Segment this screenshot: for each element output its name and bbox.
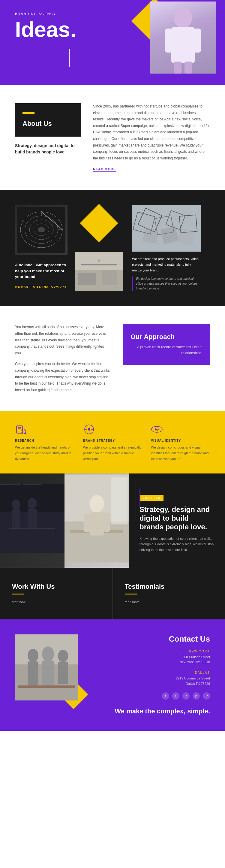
office-image bbox=[75, 252, 123, 291]
svg-rect-48 bbox=[12, 509, 21, 528]
dark-right-col: We art direct and produce photoshoots, v… bbox=[129, 205, 201, 291]
work-link[interactable]: start now bbox=[12, 600, 26, 604]
strategy-content: CREATIVE Strategy, design and digital to… bbox=[139, 495, 215, 553]
approach-right: Our Approach A proven track record of su… bbox=[123, 324, 210, 393]
about-right: Since 2005, has partnered with hot start… bbox=[93, 103, 210, 172]
svg-point-0 bbox=[174, 7, 192, 29]
svg-rect-65 bbox=[28, 661, 38, 685]
facebook-icon[interactable]: f bbox=[162, 692, 169, 700]
svg-rect-53 bbox=[23, 484, 41, 485]
about-section: About Us Strategy, design and digital to… bbox=[0, 85, 225, 190]
person-desk-svg bbox=[64, 473, 129, 563]
testimonials-title: Testimonials bbox=[125, 583, 213, 591]
svg-rect-70 bbox=[18, 685, 75, 688]
behance-icon[interactable]: Be bbox=[203, 692, 210, 700]
svg-point-44 bbox=[156, 429, 158, 430]
strategy-label: CREATIVE bbox=[139, 495, 163, 501]
contact-city1: NEW YORK bbox=[96, 650, 210, 653]
research-icon bbox=[15, 423, 27, 435]
svg-rect-1 bbox=[171, 27, 195, 63]
svg-point-66 bbox=[42, 646, 54, 661]
about-read-more[interactable]: read more bbox=[93, 167, 116, 172]
strategy-section: CREATIVE Strategy, design and digital to… bbox=[0, 473, 225, 567]
testimonials-link[interactable]: read more bbox=[125, 600, 140, 604]
approach-box-sub: A proven track record of successful clie… bbox=[130, 344, 202, 356]
boxes-image bbox=[132, 205, 201, 252]
contact-img-wrap bbox=[15, 634, 87, 701]
visual-identity-text: We design iconic logos and visual identi… bbox=[151, 445, 210, 462]
about-text: Since 2005, has partnered with hot start… bbox=[93, 103, 210, 161]
strategy-left bbox=[0, 473, 129, 567]
svg-rect-58 bbox=[89, 512, 104, 536]
contact-title: Contact Us bbox=[96, 634, 210, 644]
service-visual-identity: Visual Identity We design iconic logos a… bbox=[151, 423, 210, 462]
hero-person-svg bbox=[156, 1, 210, 73]
svg-rect-3 bbox=[193, 29, 201, 53]
svg-rect-19 bbox=[102, 270, 117, 285]
contact-info: Contact Us NEW YORK 200 Hudson Street Ne… bbox=[96, 634, 210, 716]
svg-rect-52 bbox=[0, 484, 21, 485]
approach-text1: You interact with all sorts of businesse… bbox=[15, 324, 111, 356]
approach-text2: Gets you. Inspires you to do better. We … bbox=[15, 361, 111, 393]
spiral-svg bbox=[18, 207, 65, 253]
approach-box: Our Approach A proven track record of su… bbox=[123, 324, 210, 365]
svg-rect-51 bbox=[9, 528, 56, 529]
svg-rect-18 bbox=[78, 273, 96, 285]
instagram-icon[interactable]: in bbox=[183, 692, 190, 700]
contact-slogan-line1: We make the bbox=[115, 707, 155, 715]
svg-rect-4 bbox=[174, 62, 182, 73]
dark-left-col: A holistic, 360° approach to help you ma… bbox=[15, 205, 69, 291]
dark-meeting-svg bbox=[0, 473, 64, 563]
svg-rect-27 bbox=[143, 228, 158, 244]
svg-rect-50 bbox=[28, 508, 37, 529]
contact-slogan-line2: complex, simple. bbox=[157, 707, 210, 715]
contact-slogan: We make the complex, simple. bbox=[96, 707, 210, 716]
mid-diamond bbox=[80, 204, 118, 242]
research-text: We get inside the heads and hearts of yo… bbox=[15, 445, 74, 462]
svg-point-49 bbox=[28, 498, 37, 509]
svg-rect-17 bbox=[81, 264, 117, 266]
service-brand-strategy: Brand Strategy We provide a compass and … bbox=[83, 423, 142, 462]
svg-line-35 bbox=[25, 433, 26, 434]
hero-section: Branding Agency Ideas. bbox=[0, 0, 225, 85]
contact-section: Contact Us NEW YORK 200 Hudson Street Ne… bbox=[0, 619, 225, 731]
contact-image bbox=[15, 634, 78, 701]
svg-point-68 bbox=[58, 650, 68, 662]
contact-img-svg bbox=[15, 634, 78, 701]
pinterest-icon[interactable]: p bbox=[193, 692, 200, 700]
contact-address1: 200 Hudson Street New York, NY 10518 bbox=[96, 654, 210, 665]
dark-left-text-block: A holistic, 360° approach to help you ma… bbox=[15, 262, 69, 289]
strategy-img1 bbox=[0, 473, 64, 567]
svg-point-11 bbox=[38, 227, 45, 232]
twitter-icon[interactable]: t bbox=[172, 692, 180, 700]
visual-identity-title: Visual Identity bbox=[151, 439, 210, 442]
svg-point-57 bbox=[89, 495, 104, 513]
about-accent-bar bbox=[23, 112, 34, 114]
services-section: Research We get inside the heads and hea… bbox=[0, 411, 225, 473]
svg-rect-2 bbox=[165, 29, 172, 53]
svg-rect-29 bbox=[178, 228, 194, 245]
dark-mid-col bbox=[75, 205, 123, 291]
work-col: Work With Us start now bbox=[0, 568, 113, 619]
strategy-tagline: Strategy, design and digital to build br… bbox=[139, 505, 215, 531]
spiral-image bbox=[15, 205, 67, 255]
brand-strategy-text: We provide a compass and strategically p… bbox=[83, 445, 142, 462]
svg-point-47 bbox=[12, 500, 21, 510]
svg-rect-59 bbox=[84, 514, 90, 532]
svg-point-64 bbox=[28, 649, 38, 662]
about-left: About Us Strategy, design and digital to… bbox=[15, 103, 81, 172]
social-icons-row: f t in p Be bbox=[96, 692, 210, 700]
contact-address2: 2919 Commerce Street Dallas TX 75226 bbox=[96, 676, 210, 686]
dark-company-link[interactable]: WE WANT TO BE THAT COMPANY bbox=[15, 285, 67, 288]
approach-left: You interact with all sorts of businesse… bbox=[15, 324, 111, 393]
work-underline bbox=[12, 594, 24, 594]
brand-strategy-icon bbox=[83, 423, 95, 435]
dark-italic-text: We design immersive interiors and physic… bbox=[132, 277, 201, 291]
strategy-right: CREATIVE Strategy, design and digital to… bbox=[129, 473, 225, 567]
strategy-sub: Knowing the expectation of every client … bbox=[139, 536, 215, 553]
dark-left-text: A holistic, 360° approach to help you ma… bbox=[15, 262, 69, 280]
svg-point-37 bbox=[88, 428, 90, 431]
hero-image-wrap bbox=[150, 1, 216, 73]
svg-rect-61 bbox=[111, 478, 128, 525]
hero-person-image bbox=[150, 1, 216, 73]
